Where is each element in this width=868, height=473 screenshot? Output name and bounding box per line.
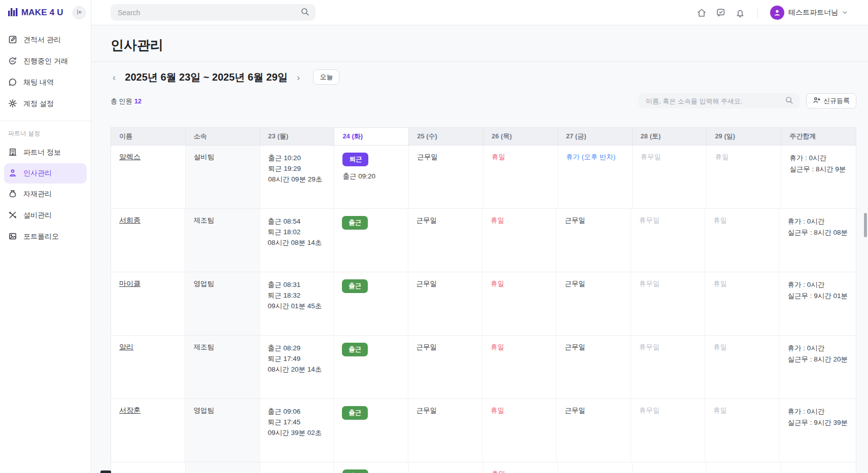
employee-search-input[interactable] <box>645 97 785 105</box>
table-controls: 총 인원12 <box>111 93 856 108</box>
sidebar-item-label: 설비관리 <box>23 211 52 220</box>
attendance-line: 퇴근 17:45 <box>268 417 325 427</box>
sidebar-item-quotes[interactable]: 견적서 관리 <box>0 29 91 51</box>
total-line: 휴가 : 0시간 <box>787 406 848 417</box>
weekly-total-cell: 휴가 : 0시간실근무 : 8시간 08분 <box>779 209 856 272</box>
day-cell-sun: 휴일 <box>707 145 781 208</box>
tools-icon <box>8 210 17 221</box>
team-cell: 설비팀 <box>186 145 260 208</box>
notification-icon[interactable] <box>735 8 745 18</box>
avatar <box>770 6 784 20</box>
employee-name-link[interactable]: 마이클 <box>119 279 177 288</box>
day-cell-thu: 휴일 <box>482 399 557 462</box>
name-cell: 알렉스 <box>111 145 186 208</box>
sidebar-item-portfolio[interactable]: 포트폴리오 <box>0 226 91 247</box>
total-line: 실근무 : 9시간 01분 <box>787 290 848 302</box>
support-icon[interactable] <box>716 8 726 18</box>
weekly-total-cell: 휴가 : 0시간실근무 : 9시간 39분 <box>779 399 856 462</box>
day-cell-fri: 근무일 <box>557 399 631 462</box>
col-header-9: 주간합계 <box>781 128 856 145</box>
status-badge: 출근 <box>342 469 368 473</box>
attendance-line: 퇴근 18:32 <box>268 290 325 301</box>
topbar-actions: 테스트파트너님 <box>697 6 848 20</box>
sidebar-item-chats[interactable]: 채팅 내역 <box>0 72 91 93</box>
col-header-5: 26 (목) <box>483 128 558 145</box>
sidebar-item-account-settings[interactable]: 계정 설정 <box>0 93 91 115</box>
attendance-line: 출근 08:29 <box>268 343 325 353</box>
employee-name-link[interactable]: 서장훈 <box>119 406 177 415</box>
search-icon[interactable] <box>785 96 793 106</box>
user-name: 테스트파트너님 <box>788 8 838 17</box>
col-header-1: 소속 <box>186 128 260 145</box>
sidebar-item-label: 파트너 정보 <box>23 148 61 157</box>
day-cell-mon: 출근 08:31퇴근 18:3209시간 01분 45초 <box>260 272 334 335</box>
sidebar-collapse-button[interactable] <box>73 6 86 19</box>
day-cell-fri: 근무일 <box>557 336 631 398</box>
team-cell: 제조팀 <box>185 209 259 272</box>
chat-icon <box>8 78 17 88</box>
building-icon <box>8 148 17 158</box>
col-header-3: 24 (화) <box>334 128 409 145</box>
day-cell-thu: 휴일 <box>483 462 558 473</box>
total-line: 휴가 : 0시간 <box>787 343 848 354</box>
sidebar-item-deals[interactable]: 진행중인 거래 <box>0 51 91 72</box>
today-button[interactable]: 오늘 <box>313 69 339 85</box>
date-range-label: 2025년 6월 23일 ~ 2025년 6월 29일 <box>125 70 288 84</box>
sidebar-item-materials[interactable]: 자재관리 <box>0 184 91 205</box>
team-cell: 영업팀 <box>185 272 259 335</box>
person-icon <box>8 168 17 179</box>
attendance-line: 08시간 20분 14초 <box>268 364 325 375</box>
quote-icon <box>8 35 17 46</box>
main-area: 테스트파트너님 인사관리 ‹ 2025년 6월 23일 ~ 2025년 6월 2… <box>91 0 868 473</box>
name-cell: 마이클 <box>111 272 185 335</box>
materials-icon <box>8 189 17 200</box>
day-cell-wed: 근무일 <box>408 272 482 335</box>
name-cell: 서장훈 <box>111 399 185 462</box>
total-line: 휴가 : 0시간 <box>789 153 848 164</box>
home-icon[interactable] <box>697 8 707 18</box>
day-cell-mon: 출근 10:20퇴근 19:2908시간 09분 29초 <box>260 145 335 208</box>
day-cell-today: 출근 <box>334 209 408 272</box>
sidebar-item-hr-management[interactable]: 인사관리 <box>4 163 87 184</box>
day-cell-sat: 휴무일 <box>633 145 707 208</box>
status-badge: 출근 <box>342 216 368 230</box>
topbar-divider <box>757 7 758 18</box>
col-header-2: 23 (월) <box>260 128 335 145</box>
day-cell-sun <box>707 462 781 473</box>
user-menu[interactable]: 테스트파트너님 <box>770 6 848 20</box>
topbar: 테스트파트너님 <box>91 0 868 25</box>
title-divider <box>91 61 868 62</box>
table-row: 서희종제조팀출근 08:54퇴근 18:0208시간 08분 14초출근근무일휴… <box>111 209 856 272</box>
weekly-total-cell: 휴가 : 0시간실근무 : 8시간 9분 <box>781 145 856 208</box>
day-cell-sat <box>633 462 707 473</box>
person-add-icon <box>813 96 820 105</box>
day-cell-wed: 근무일 <box>408 399 482 462</box>
vertical-scrollbar[interactable] <box>864 213 867 237</box>
day-cell-sun: 휴일 <box>705 336 779 398</box>
global-search[interactable] <box>111 4 316 21</box>
sidebar-item-partner-info[interactable]: 파트너 정보 <box>0 142 91 163</box>
app-logo[interactable]: MAKE 4 U <box>8 7 63 19</box>
day-cell-fri: 근무일 <box>557 272 631 335</box>
sidebar-item-label: 채팅 내역 <box>23 78 54 87</box>
day-cell-mon <box>260 462 335 473</box>
content: 인사관리 ‹ 2025년 6월 23일 ~ 2025년 6월 29일 › 오늘 … <box>91 25 868 473</box>
status-badge: 출근 <box>342 406 368 420</box>
employee-name-link[interactable]: 알렉스 <box>119 153 177 162</box>
employee-search[interactable] <box>639 93 800 108</box>
employee-name-link[interactable]: 알리 <box>119 343 177 352</box>
chevron-down-icon <box>842 9 848 17</box>
day-cell-wed: 근무일 <box>408 209 482 272</box>
name-cell <box>111 462 186 473</box>
day-cell-thu: 휴일 <box>482 336 557 398</box>
collapse-icon <box>76 9 83 17</box>
search-icon[interactable] <box>300 7 309 18</box>
next-week-button[interactable]: › <box>295 71 302 83</box>
register-new-button[interactable]: 신규등록 <box>806 93 856 108</box>
sidebar-item-equipment[interactable]: 설비관리 <box>0 205 91 226</box>
prev-week-button[interactable]: ‹ <box>111 71 118 83</box>
global-search-input[interactable] <box>117 8 300 17</box>
employee-name-link[interactable]: 서희종 <box>119 216 177 225</box>
day-cell-sat: 휴무일 <box>631 336 705 398</box>
name-cell: 알리 <box>111 336 185 398</box>
